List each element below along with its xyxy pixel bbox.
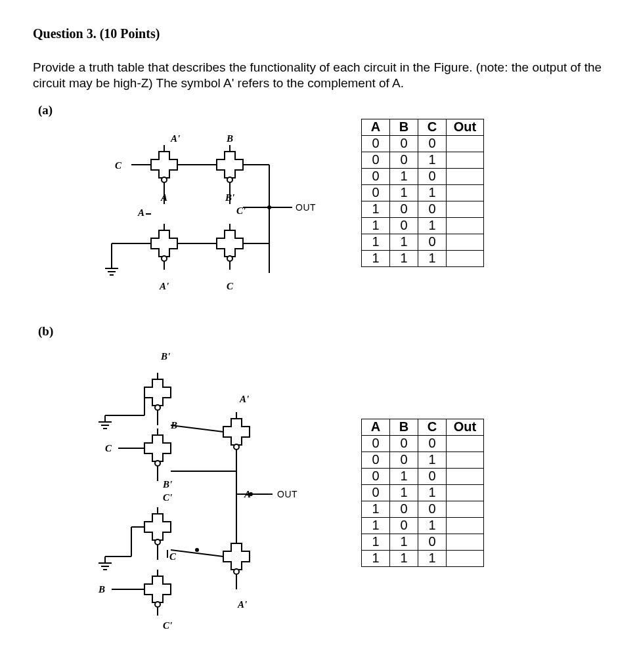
label-out-a: OUT	[296, 202, 316, 213]
b-label-b-left: B	[98, 584, 105, 595]
b-label-cprime-bot: C'	[163, 620, 172, 631]
circuit-a-diagram: A' C B A B' OUT C' A	[33, 119, 341, 319]
th-a-b: A	[362, 419, 390, 435]
th-c-b: C	[418, 419, 447, 435]
label-c-bottom: C	[227, 281, 234, 291]
question-instructions: Provide a truth table that describes the…	[33, 60, 604, 91]
truth-table-a-table: A B C Out 000 001 010 011 100 101 110 11…	[361, 119, 484, 267]
b-label-c-mid: C	[169, 551, 177, 562]
part-a-label: (a)	[38, 103, 604, 117]
svg-line-47	[171, 425, 223, 432]
th-b-b: B	[390, 419, 418, 435]
truth-table-b-table: A B C Out 000 001 010 011 100 101 110 11…	[361, 419, 484, 567]
b-label-aprime-bot: A'	[237, 599, 247, 610]
b-label-aprime-top: A'	[239, 394, 249, 404]
b-label-c-left: C	[105, 443, 112, 453]
th-c: C	[418, 119, 447, 135]
circuit-b-diagram: B' A' B C B' C'	[33, 340, 341, 652]
question-heading: Question 3. (10 Points)	[33, 26, 604, 41]
th-out-b: Out	[447, 419, 484, 435]
label-aprime-bottom: A'	[159, 281, 169, 291]
b-label-cprime-mid: C'	[163, 492, 172, 503]
label-a-prime: A'	[170, 133, 180, 144]
b-label-out: OUT	[277, 489, 297, 499]
part-b-label: (b)	[38, 324, 604, 339]
b-label-bprime-mid: B'	[162, 479, 172, 490]
label-b-top: B	[226, 133, 233, 144]
label-c-left: C	[115, 160, 122, 171]
truth-table-b: A B C Out 000 001 010 011 100 101 110 11…	[361, 419, 484, 567]
th-a: A	[362, 119, 390, 135]
th-out: Out	[447, 119, 484, 135]
b-label-bprime-top: B'	[160, 351, 170, 362]
svg-point-50	[195, 548, 199, 552]
th-b: B	[390, 119, 418, 135]
label-a-left: A	[137, 207, 144, 218]
truth-table-a: A B C Out 000 001 010 011 100 101 110 11…	[361, 119, 484, 267]
label-cprime-mid: C'	[236, 205, 246, 216]
